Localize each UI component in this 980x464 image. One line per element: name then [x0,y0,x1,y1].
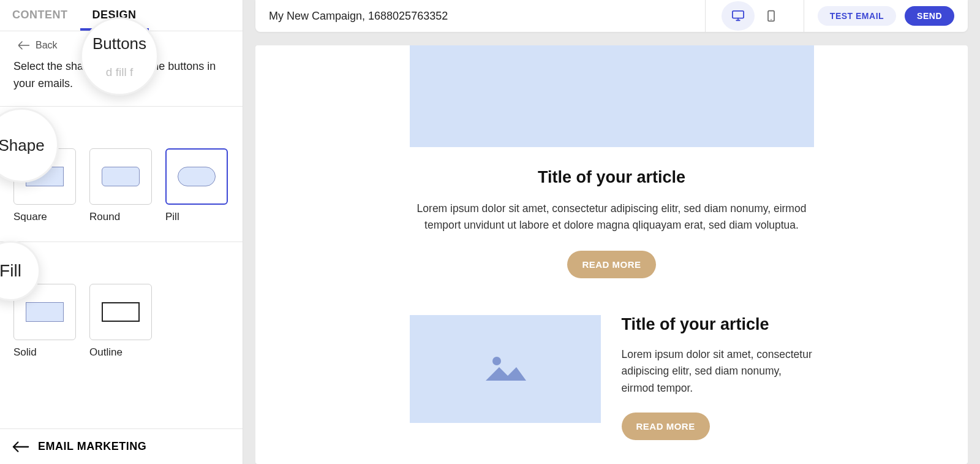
fill-option-solid[interactable]: Solid [13,284,76,359]
article-block-1: Title of your article Lorem ipsum dolor … [410,147,814,315]
svg-rect-0 [733,11,744,18]
test-email-button[interactable]: TEST EMAIL [818,6,896,26]
topbar: My New Campaign, 1688025763352 TEST EMAI… [255,0,968,32]
fill-option-outline[interactable]: Outline [89,284,152,359]
section-fill: Fill Solid Outline [0,242,243,377]
article-2-cta[interactable]: READ MORE [622,413,710,440]
send-button[interactable]: SEND [905,6,954,26]
shape-option-pill-label: Pill [165,211,228,223]
article-1-body[interactable]: Lorem ipsum dolor sit amet, consectetur … [416,200,808,234]
article-1-title[interactable]: Title of your article [416,168,808,187]
email-frame: Title of your article Lorem ipsum dolor … [255,45,968,464]
article-1-cta[interactable]: READ MORE [567,251,655,278]
image-placeholder[interactable] [410,315,601,423]
tab-design[interactable]: DESIGN [80,0,149,31]
section-fill-title: Fill [13,259,229,275]
svg-point-2 [771,19,772,20]
article-2-body[interactable]: Lorem ipsum dolor sit amet, consectetur … [622,346,814,396]
preview-canvas: Title of your article Lorem ipsum dolor … [255,45,968,464]
back-button[interactable]: Back [0,31,243,56]
device-mobile-button[interactable] [755,1,788,31]
desktop-icon [731,10,745,22]
fill-option-outline-label: Outline [89,346,152,359]
shape-option-square-label: Square [13,211,76,223]
shape-option-round[interactable]: Round [89,148,152,223]
sidebar-footer[interactable]: EMAIL MARKETING [0,428,243,464]
tab-content[interactable]: CONTENT [0,0,80,31]
shape-option-pill[interactable]: Pill [165,148,228,223]
section-shape: Shape Square Round Pill [0,106,243,242]
sidebar-footer-label: EMAIL MARKETING [38,440,146,453]
fill-option-solid-label: Solid [13,346,76,359]
help-text: Select the shape and fill for the button… [0,56,243,106]
device-toggle [705,0,804,32]
shape-option-round-label: Round [89,211,152,223]
arrow-left-icon [18,41,29,50]
arrow-left-icon [12,441,29,453]
svg-point-3 [492,357,501,365]
article-block-2: Title of your article Lorem ipsum dolor … [410,315,814,458]
sidebar-tabs: CONTENT DESIGN [0,0,243,31]
device-desktop-button[interactable] [722,1,755,31]
image-placeholder[interactable] [410,45,814,147]
campaign-name[interactable]: My New Campaign, 1688025763352 [269,10,705,23]
mobile-icon [764,10,778,22]
shape-option-square[interactable]: Square [13,148,76,223]
sidebar: CONTENT DESIGN Back Select the shape and… [0,0,243,464]
image-icon [483,352,527,386]
article-2-title[interactable]: Title of your article [622,315,814,334]
main: My New Campaign, 1688025763352 TEST EMAI… [243,0,980,464]
section-shape-title: Shape [13,124,229,140]
back-label: Back [36,40,58,51]
